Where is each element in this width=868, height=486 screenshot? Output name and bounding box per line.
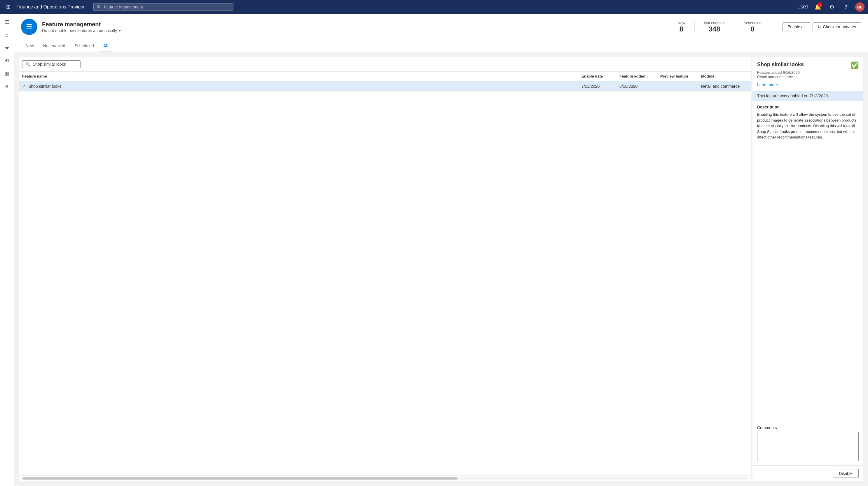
- search-input[interactable]: [104, 5, 230, 9]
- help-button[interactable]: ?: [841, 2, 850, 12]
- tab-scheduled[interactable]: Scheduled: [70, 40, 99, 52]
- sidebar-item-favorites[interactable]: ★: [1, 42, 13, 54]
- detail-meta-module: Retail and commerce: [757, 75, 859, 79]
- detail-panel: Shop similar looks ✅ Feature added 6/16/…: [752, 57, 863, 481]
- stat-new-label: New: [678, 21, 685, 25]
- page-icon: ☰: [21, 19, 37, 35]
- col-enable-date-label: Enable date: [582, 74, 603, 78]
- description-text: Enabling this feature will allow the sys…: [757, 112, 859, 140]
- detail-footer: Disable: [752, 465, 863, 481]
- detail-description-section: Description Enabling this feature will a…: [752, 105, 863, 422]
- username: USRT: [797, 5, 808, 9]
- page-content: ☰ Feature management Do not enable new f…: [14, 14, 868, 486]
- sidebar-item-home[interactable]: ⌂: [1, 29, 13, 41]
- scroll-track: [22, 477, 748, 480]
- comments-label: Comments: [757, 425, 859, 430]
- enable-all-button[interactable]: Enable all: [782, 23, 810, 31]
- stat-new: New 8: [668, 21, 695, 33]
- feature-name-text: Shop similar looks: [28, 84, 62, 89]
- feature-list-panel: 🔍 Feature name ↑ Enable date: [19, 57, 751, 481]
- page-title: Feature management: [42, 21, 663, 28]
- comments-textarea[interactable]: [757, 432, 859, 461]
- global-search[interactable]: 🔍: [93, 3, 234, 11]
- refresh-icon: ↻: [817, 25, 821, 29]
- detail-comments-section: Comments: [752, 422, 863, 465]
- stats-section: New 8 Not enabled 348 Scheduled 0: [668, 21, 771, 33]
- sidebar-item-hamburger[interactable]: ☰: [1, 16, 13, 28]
- cell-feature-added: 6/16/2020: [619, 84, 660, 89]
- search-icon: 🔍: [97, 5, 101, 9]
- feature-search-input[interactable]: [33, 62, 77, 66]
- stat-new-value: 8: [680, 25, 683, 33]
- scroll-thumb[interactable]: [22, 477, 458, 480]
- stat-scheduled: Scheduled 0: [734, 21, 771, 33]
- col-module-label: Module: [701, 74, 715, 78]
- detail-header: Shop similar looks ✅: [752, 57, 863, 69]
- app-title: Finance and Operations Preview: [16, 4, 84, 10]
- stat-scheduled-value: 0: [750, 25, 754, 33]
- topbar: ⊞ Finance and Operations Preview 🔍 USRT …: [0, 0, 868, 14]
- sidebar-item-list[interactable]: ≡: [1, 80, 13, 92]
- page-subtitle-text: Do not enable new features automatically: [42, 28, 117, 33]
- grid-icon[interactable]: ⊞: [3, 2, 13, 12]
- col-preview-feature[interactable]: Preview feature: [660, 74, 701, 78]
- content-area: 🔍 Feature name ↑ Enable date: [14, 52, 868, 486]
- tab-all[interactable]: All: [99, 40, 113, 52]
- col-feature-added[interactable]: Feature added ↓: [619, 74, 660, 78]
- table-row[interactable]: ✓ Shop similar looks 7/13/2020 6/16/2020…: [19, 81, 751, 92]
- notifications-button[interactable]: 🔔 1: [813, 2, 823, 12]
- main-layout: ☰ ⌂ ★ ⟲ ▦ ≡ ☰ Feature management Do not …: [0, 14, 868, 486]
- learn-more-link[interactable]: Learn more: [752, 83, 863, 87]
- stat-not-enabled: Not enabled 348: [695, 21, 734, 33]
- stat-not-enabled-label: Not enabled: [704, 21, 724, 25]
- disable-button[interactable]: Disable: [833, 469, 859, 478]
- detail-title: Shop similar looks: [757, 62, 804, 68]
- header-actions: Enable all ↻ Check for updates: [782, 23, 861, 31]
- col-enable-date[interactable]: Enable date: [582, 74, 619, 78]
- table-header: Feature name ↑ Enable date Feature added…: [19, 72, 751, 81]
- col-preview-feature-label: Preview feature: [660, 74, 688, 78]
- sort-desc-icon: ↓: [647, 75, 648, 78]
- tab-new[interactable]: New: [21, 40, 38, 52]
- page-subtitle[interactable]: Do not enable new features automatically…: [42, 28, 663, 33]
- stat-not-enabled-value: 348: [708, 25, 720, 33]
- detail-enabled-banner: This feature was enabled on 7/13/2020: [752, 91, 863, 101]
- tabs-bar: New Not enabled Scheduled All: [14, 40, 868, 52]
- notification-badge: 1: [818, 2, 823, 7]
- page-header: ☰ Feature management Do not enable new f…: [14, 14, 868, 40]
- sidebar: ☰ ⌂ ★ ⟲ ▦ ≡: [0, 14, 14, 486]
- avatar[interactable]: BE: [855, 2, 865, 12]
- col-module[interactable]: Module: [701, 74, 748, 78]
- cell-enable-date: 7/13/2020: [582, 84, 619, 89]
- detail-meta-added: Feature added 6/16/2020: [757, 70, 859, 75]
- search-bar: 🔍: [19, 57, 751, 72]
- page-icon-symbol: ☰: [26, 23, 32, 31]
- horizontal-scrollbar[interactable]: [19, 475, 751, 481]
- stat-scheduled-label: Scheduled: [743, 21, 761, 25]
- col-feature-name-label: Feature name: [22, 74, 47, 78]
- feature-search-icon: 🔍: [25, 62, 30, 66]
- feature-table: Feature name ↑ Enable date Feature added…: [19, 72, 751, 475]
- feature-search-wrapper[interactable]: 🔍: [22, 60, 81, 68]
- page-title-section: Feature management Do not enable new fea…: [42, 21, 663, 33]
- check-updates-button[interactable]: ↻ Check for updates: [812, 23, 861, 31]
- detail-enabled-icon: ✅: [851, 62, 859, 69]
- col-feature-name[interactable]: Feature name ↑: [22, 74, 582, 78]
- settings-button[interactable]: ⚙: [827, 2, 836, 12]
- description-title: Description: [757, 105, 859, 109]
- tab-not-enabled[interactable]: Not enabled: [38, 40, 70, 52]
- sort-asc-icon: ↑: [48, 75, 50, 78]
- enabled-check-icon: ✓: [22, 84, 26, 89]
- col-feature-added-label: Feature added: [619, 74, 645, 78]
- cell-module: Retail and commerce: [701, 84, 748, 89]
- topbar-right: USRT 🔔 1 ⚙ ? BE: [797, 2, 865, 12]
- sidebar-item-workspaces[interactable]: ▦: [1, 68, 13, 79]
- detail-meta: Feature added 6/16/2020 Retail and comme…: [752, 69, 863, 83]
- cell-feature-name: ✓ Shop similar looks: [22, 84, 582, 89]
- chevron-down-icon: ▾: [119, 28, 121, 33]
- check-updates-label: Check for updates: [823, 25, 856, 29]
- sidebar-item-recent[interactable]: ⟲: [1, 55, 13, 66]
